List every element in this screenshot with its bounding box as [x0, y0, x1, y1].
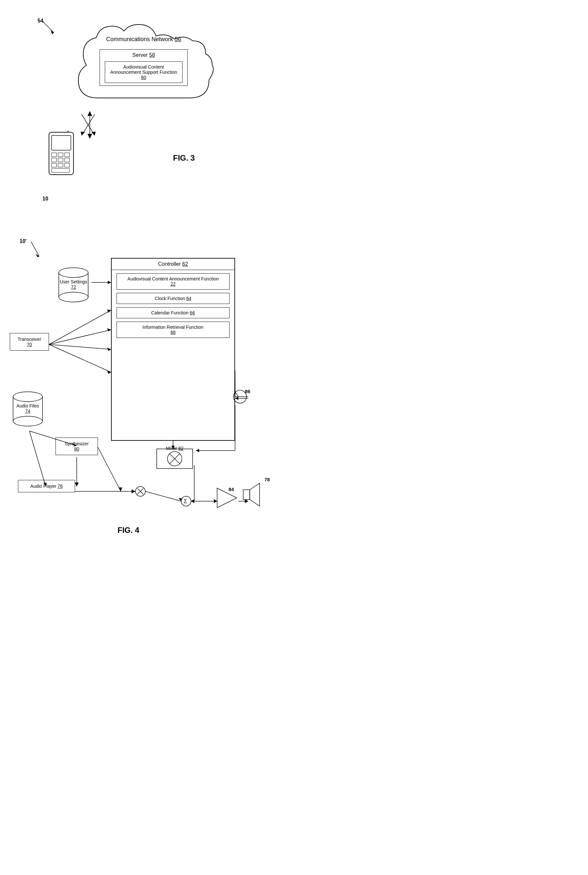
- calendar-label: Calendar Function: [151, 310, 188, 315]
- svg-marker-83: [191, 499, 194, 503]
- svg-rect-21: [64, 163, 69, 167]
- user-settings-text: User Settings: [60, 279, 87, 285]
- controller-title: Controller 62: [112, 259, 234, 270]
- svg-marker-4: [87, 111, 92, 116]
- phone-svg: [42, 130, 85, 196]
- svg-text:Σ: Σ: [184, 499, 187, 504]
- clock-function-box: Clock Function 64: [117, 293, 230, 304]
- svg-rect-13: [52, 153, 57, 157]
- mixer-number: 82: [178, 446, 183, 451]
- audio-files-label: Audio Files 74: [10, 403, 46, 414]
- transceiver-label: Transceiver: [18, 337, 42, 342]
- svg-point-37: [233, 390, 246, 403]
- svg-marker-80: [178, 498, 182, 501]
- server-title: Server 58: [105, 52, 183, 58]
- svg-marker-69: [196, 449, 199, 452]
- svg-line-43: [49, 310, 111, 345]
- audio-player-number: 76: [57, 484, 63, 489]
- input-86-symbol: [232, 388, 248, 405]
- synthesizer-label: Synthesizer: [64, 441, 88, 446]
- svg-line-88: [98, 447, 121, 491]
- svg-rect-14: [58, 153, 63, 157]
- support-function-box: Audiovisual Content Announcement Support…: [105, 61, 183, 83]
- svg-marker-42: [108, 281, 111, 284]
- svg-line-55: [49, 345, 111, 372]
- network-number: 56: [175, 36, 181, 42]
- svg-point-28: [59, 292, 88, 302]
- svg-line-53: [49, 345, 111, 349]
- cloud-content: Communications Network 56 Server 58 Audi…: [85, 36, 202, 86]
- amplifier-svg: [216, 487, 238, 509]
- av-function-number: 22: [170, 282, 176, 287]
- svg-marker-89: [119, 487, 122, 491]
- mixer-text: Mixer: [166, 446, 177, 451]
- info-retrieval-box: Information Retrieval Function 68: [117, 322, 230, 338]
- fig3-title: FIG. 3: [173, 153, 195, 163]
- calendar-function-box: Calendar Function 66: [117, 307, 230, 318]
- svg-line-47: [29, 431, 46, 487]
- svg-line-79: [145, 491, 181, 501]
- server-number: 58: [149, 52, 155, 58]
- network-label: Communications Network: [106, 36, 173, 42]
- speaker-svg: [242, 482, 264, 508]
- svg-rect-20: [58, 163, 63, 167]
- svg-point-72: [135, 487, 145, 496]
- mixer-label: Mixer 82: [155, 446, 194, 451]
- info-retrieval-label: Information Retrieval Function: [142, 325, 204, 330]
- svg-rect-39: [243, 490, 250, 499]
- clock-label: Clock Function: [155, 296, 185, 301]
- calendar-number: 66: [190, 310, 195, 315]
- svg-rect-19: [52, 163, 57, 167]
- svg-rect-16: [52, 158, 57, 162]
- svg-marker-56: [107, 370, 111, 374]
- svg-marker-50: [75, 482, 79, 487]
- diagram-container: 54 Communications Network 56 Server 58: [0, 0, 294, 542]
- svg-point-77: [181, 496, 191, 506]
- svg-marker-6: [92, 132, 96, 135]
- clock-number: 64: [186, 296, 191, 301]
- svg-point-25: [59, 268, 88, 277]
- svg-marker-3: [87, 134, 92, 139]
- audio-player-box: Audio Player 76: [18, 480, 75, 492]
- server-label: Server: [132, 52, 148, 58]
- svg-line-51: [49, 330, 111, 345]
- fig3-section: 54 Communications Network 56 Server 58: [0, 0, 294, 222]
- fig4-title: FIG. 4: [117, 526, 140, 535]
- svg-rect-18: [64, 158, 69, 162]
- controller-number: 62: [182, 261, 188, 267]
- network-title: Communications Network 56: [85, 36, 202, 43]
- support-function-label: Audiovisual Content Announcement Support…: [110, 64, 177, 75]
- arrow-10prime: [21, 238, 44, 261]
- synthesizer-number: 80: [74, 446, 80, 451]
- label-10-fig3: 10: [42, 196, 48, 202]
- av-function-box: Audiovisual Content Announcement Functio…: [117, 273, 230, 289]
- svg-line-0: [42, 21, 54, 33]
- user-settings-number: 72: [71, 285, 76, 289]
- svg-marker-54: [107, 348, 111, 351]
- server-box: Server 58 Audiovisual Content Announceme…: [100, 49, 188, 86]
- label-78: 78: [264, 477, 270, 482]
- info-retrieval-number: 68: [170, 330, 176, 335]
- controller-box: Controller 62 Audiovisual Content Announ…: [111, 258, 235, 441]
- svg-marker-44: [107, 310, 111, 313]
- svg-marker-40: [250, 483, 260, 506]
- controller-label: Controller: [158, 261, 180, 267]
- svg-point-32: [13, 416, 42, 426]
- label-84: 84: [228, 487, 234, 492]
- audio-files-text: Audio Files: [16, 403, 39, 408]
- user-settings-area: User Settings 72: [56, 264, 92, 308]
- mixer-area: Mixer 82: [155, 447, 194, 481]
- speaker-area: [242, 482, 264, 509]
- audio-player-label: Audio Player: [30, 484, 56, 489]
- fig4-section: 10' User Settings 72 Transceive: [0, 229, 294, 542]
- cloud-shape: Communications Network 56 Server 58 Audi…: [65, 19, 222, 111]
- svg-rect-22: [52, 168, 69, 172]
- svg-rect-12: [52, 135, 71, 150]
- transceiver-box: Transceiver 70: [10, 333, 49, 351]
- audio-files-number: 74: [25, 408, 30, 414]
- arrow-54-svg: [33, 18, 59, 37]
- svg-rect-15: [64, 153, 69, 157]
- svg-line-23: [31, 241, 39, 256]
- mixer-svg: [155, 447, 194, 480]
- synthesizer-box: Synthesizer 80: [56, 438, 98, 455]
